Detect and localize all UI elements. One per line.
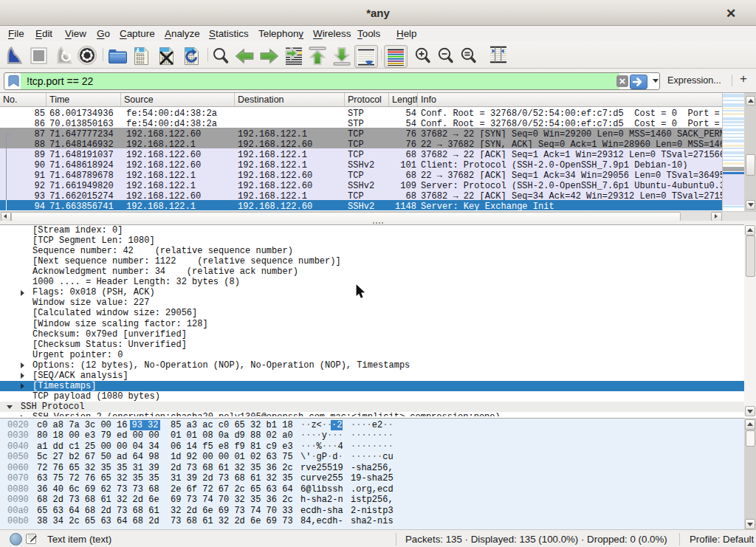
svg-text:0111: 0111 [137,61,145,64]
